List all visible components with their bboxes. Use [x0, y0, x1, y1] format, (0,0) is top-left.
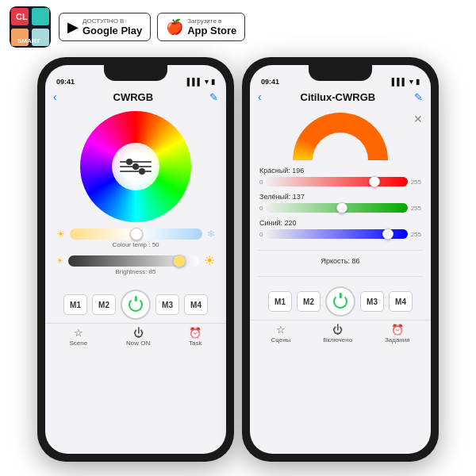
- google-play-text: ДОСТУПНО В Google Play: [83, 17, 142, 36]
- close-button-2[interactable]: ✕: [413, 113, 423, 125]
- brightness-row-1: ☀ ☀: [56, 253, 215, 268]
- phone-2: 09:41 ▌▌▌ ▾ ▮ ‹ Citilux-CWRGB ✎ ✕: [242, 57, 439, 462]
- wheel-line-2: [120, 166, 152, 167]
- tab-task-1[interactable]: ⏰ Task: [189, 327, 202, 347]
- tab-power-label-1[interactable]: ⏻ Now ON: [126, 327, 150, 347]
- time-1: 09:41: [56, 78, 75, 86]
- svg-rect-2: [32, 8, 49, 25]
- tab-bar-1: ☆ Scene ⏻ Now ON ⏰ Task: [45, 323, 226, 348]
- sun-warm-icon: ☀: [56, 228, 65, 240]
- btn-m4-phone2[interactable]: M4: [389, 291, 413, 312]
- wheel-line-1: [120, 161, 152, 163]
- svg-text:SMART: SMART: [17, 37, 40, 44]
- green-thumb[interactable]: [336, 202, 347, 213]
- power-tab-icon-1: ⏻: [133, 327, 144, 339]
- color-temp-track[interactable]: [70, 228, 202, 240]
- brightness-thumb-1[interactable]: [173, 255, 186, 267]
- tab-scene-1[interactable]: ☆ Scene: [69, 327, 87, 347]
- brightness-section-2: Яркость: 86: [250, 254, 431, 273]
- power-button-1[interactable]: [121, 290, 151, 320]
- phone-2-screen: 09:41 ▌▌▌ ▾ ▮ ‹ Citilux-CWRGB ✎ ✕: [250, 65, 431, 454]
- status-icons-2: ▌▌▌ ▾ ▮: [392, 78, 420, 86]
- color-temp-row: ☀ ❄: [56, 228, 215, 240]
- star-icon-2: ☆: [276, 324, 286, 336]
- top-banner: CL SMART ▶ ДОСТУПНО В Google Play 🍎 Загр…: [0, 0, 476, 54]
- wifi-icon-2: ▾: [409, 78, 413, 86]
- cl-logo: CL SMART: [10, 6, 51, 48]
- red-thumb[interactable]: [369, 176, 380, 187]
- nav-bar-2: ‹ Citilux-CWRGB ✎: [250, 87, 431, 106]
- blue-track[interactable]: [266, 229, 407, 239]
- star-icon-1: ☆: [74, 327, 83, 339]
- color-temp-thumb[interactable]: [130, 228, 143, 240]
- brightness-label-2: Яркость: 86: [259, 257, 421, 265]
- edit-button-2[interactable]: ✎: [414, 91, 423, 103]
- red-row: Красный: 196 0 255: [259, 167, 421, 186]
- snow-icon: ❄: [207, 228, 215, 240]
- phone-1: 09:41 ▌▌▌ ▾ ▮ ‹ CWRGB ✎: [37, 57, 234, 462]
- green-label: Зелёный: 137: [259, 193, 421, 201]
- divider-2: [258, 276, 423, 277]
- color-arc[interactable]: [293, 113, 388, 160]
- color-arc-inner: [293, 113, 388, 160]
- power-icon-1: [129, 298, 143, 312]
- rgb-sliders: Красный: 196 0 255 Зелёный: 137 0: [250, 165, 431, 247]
- time-2: 09:41: [261, 78, 279, 86]
- wheel-line-3: [120, 171, 152, 172]
- edit-button-1[interactable]: ✎: [209, 91, 218, 103]
- brightness-track-1[interactable]: [68, 255, 199, 267]
- blue-slider-wrap: 0 255: [259, 229, 421, 239]
- store-badges: ▶ ДОСТУПНО В Google Play 🍎 Загрузите в A…: [59, 13, 245, 41]
- tab-bar-2: ☆ Сцены ⏻ Включено ⏰ Задания: [250, 320, 431, 345]
- green-row: Зелёный: 137 0 255: [259, 193, 421, 213]
- task-icon-2: ⏰: [391, 324, 404, 336]
- btn-m3-phone1[interactable]: M3: [155, 294, 179, 315]
- battery-icon-1: ▮: [211, 78, 215, 86]
- red-slider-wrap: 0 255: [259, 177, 421, 186]
- notch-2: [309, 65, 372, 81]
- green-track[interactable]: [266, 203, 407, 213]
- tab-task-2[interactable]: ⏰ Задания: [385, 324, 410, 344]
- divider-1: [258, 250, 423, 251]
- app-store-badge[interactable]: 🍎 Загрузите в App Store: [157, 13, 245, 41]
- sun-dim-icon: ☀: [56, 256, 63, 265]
- svg-text:CL: CL: [16, 12, 28, 21]
- app-store-text: Загрузите в App Store: [187, 17, 236, 36]
- wheel-controls-1[interactable]: [120, 161, 152, 172]
- btn-m1-phone1[interactable]: M1: [63, 294, 87, 315]
- power-button-2[interactable]: [325, 286, 355, 317]
- color-arc-container: ✕: [250, 106, 431, 165]
- power-tab-icon-2: ⏻: [332, 324, 343, 336]
- slider-section-1: ☀ ❄ Colour temp : 50 ☀ ☀ Brightness: 85: [45, 225, 226, 283]
- power-icon-2: [333, 294, 347, 309]
- btn-m1-phone2[interactable]: M1: [268, 291, 292, 312]
- wifi-icon-1: ▾: [205, 78, 209, 86]
- color-wheel-1[interactable]: [80, 111, 191, 222]
- screen-title-1: CWRGB: [57, 91, 209, 103]
- google-play-icon: ▶: [67, 18, 79, 36]
- red-track[interactable]: [266, 177, 407, 186]
- notch-1: [104, 65, 167, 81]
- apple-icon: 🍎: [166, 18, 183, 36]
- sun-bright-icon: ☀: [204, 253, 215, 268]
- battery-icon-2: ▮: [416, 78, 420, 86]
- status-icons-1: ▌▌▌ ▾ ▮: [187, 78, 215, 86]
- google-play-badge[interactable]: ▶ ДОСТУПНО В Google Play: [59, 13, 151, 41]
- blue-row: Синий: 220 0 255: [259, 219, 421, 239]
- green-slider-wrap: 0 255: [259, 203, 421, 213]
- bottom-buttons-2: M1 M2 M3 M4: [250, 280, 431, 320]
- btn-m2-phone2[interactable]: M2: [297, 291, 321, 312]
- blue-label: Синий: 220: [259, 219, 421, 227]
- signal-icon-1: ▌▌▌: [187, 78, 202, 86]
- btn-m2-phone1[interactable]: M2: [92, 294, 116, 315]
- phone-1-screen: 09:41 ▌▌▌ ▾ ▮ ‹ CWRGB ✎: [45, 65, 226, 454]
- btn-m4-phone1[interactable]: M4: [184, 294, 208, 315]
- tab-scene-2[interactable]: ☆ Сцены: [271, 324, 290, 344]
- task-icon-1: ⏰: [189, 327, 202, 339]
- bottom-buttons-1: M1 M2 M3 M4: [45, 283, 226, 323]
- btn-m3-phone2[interactable]: M3: [360, 291, 384, 312]
- blue-thumb[interactable]: [382, 228, 393, 240]
- nav-bar-1: ‹ CWRGB ✎: [45, 87, 226, 106]
- tab-power-label-2[interactable]: ⏻ Включено: [323, 324, 352, 344]
- phones-area: 09:41 ▌▌▌ ▾ ▮ ‹ CWRGB ✎: [0, 54, 476, 468]
